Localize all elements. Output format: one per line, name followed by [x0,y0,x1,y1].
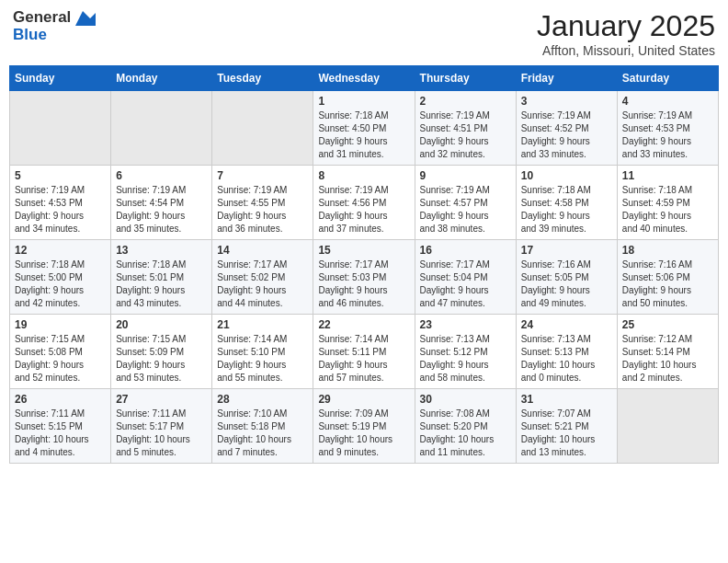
day-info: Sunrise: 7:09 AM Sunset: 5:19 PM Dayligh… [318,408,409,459]
day-cell: 22Sunrise: 7:14 AM Sunset: 5:11 PM Dayli… [313,315,415,389]
day-cell: 29Sunrise: 7:09 AM Sunset: 5:19 PM Dayli… [313,389,415,464]
day-number: 8 [318,169,409,182]
day-number: 26 [15,393,106,406]
day-cell: 17Sunrise: 7:16 AM Sunset: 5:05 PM Dayli… [516,240,617,315]
day-number: 29 [318,393,409,406]
day-number: 15 [318,244,409,257]
day-info: Sunrise: 7:14 AM Sunset: 5:10 PM Dayligh… [217,333,308,385]
day-info: Sunrise: 7:19 AM Sunset: 4:57 PM Dayligh… [420,184,511,236]
day-cell: 1Sunrise: 7:18 AM Sunset: 4:50 PM Daylig… [313,91,415,166]
day-info: Sunrise: 7:19 AM Sunset: 4:52 PM Dayligh… [521,109,612,161]
day-number: 31 [521,393,612,406]
weekday-header-monday: Monday [111,66,212,91]
day-number: 10 [521,169,612,182]
day-number: 18 [622,244,713,257]
day-cell: 18Sunrise: 7:16 AM Sunset: 5:06 PM Dayli… [617,240,718,315]
day-number: 12 [15,244,106,257]
day-cell: 2Sunrise: 7:19 AM Sunset: 4:51 PM Daylig… [415,91,516,166]
day-cell [111,91,212,166]
day-cell: 9Sunrise: 7:19 AM Sunset: 4:57 PM Daylig… [415,166,516,240]
logo-general: General [13,9,96,27]
day-cell: 15Sunrise: 7:17 AM Sunset: 5:03 PM Dayli… [313,240,415,315]
day-info: Sunrise: 7:19 AM Sunset: 4:54 PM Dayligh… [116,184,207,236]
week-row-4: 19Sunrise: 7:15 AM Sunset: 5:08 PM Dayli… [10,315,719,389]
weekday-header-friday: Friday [516,66,617,91]
day-number: 6 [116,169,207,182]
day-cell: 5Sunrise: 7:19 AM Sunset: 4:53 PM Daylig… [10,166,111,240]
day-info: Sunrise: 7:11 AM Sunset: 5:17 PM Dayligh… [116,408,207,459]
day-cell: 20Sunrise: 7:15 AM Sunset: 5:09 PM Dayli… [111,315,212,389]
day-info: Sunrise: 7:18 AM Sunset: 4:50 PM Dayligh… [318,109,409,161]
day-number: 20 [116,318,207,331]
day-number: 14 [217,244,308,257]
week-row-2: 5Sunrise: 7:19 AM Sunset: 4:53 PM Daylig… [10,166,719,240]
day-number: 1 [318,95,409,108]
title-section: January 2025 Affton, Missouri, United St… [537,9,715,58]
day-cell: 28Sunrise: 7:10 AM Sunset: 5:18 PM Dayli… [212,389,313,464]
day-info: Sunrise: 7:17 AM Sunset: 5:04 PM Dayligh… [420,259,511,310]
weekday-header-tuesday: Tuesday [212,66,313,91]
day-cell: 14Sunrise: 7:17 AM Sunset: 5:02 PM Dayli… [212,240,313,315]
day-info: Sunrise: 7:12 AM Sunset: 5:14 PM Dayligh… [622,333,713,385]
week-row-3: 12Sunrise: 7:18 AM Sunset: 5:00 PM Dayli… [10,240,719,315]
svg-marker-0 [75,11,96,26]
day-info: Sunrise: 7:19 AM Sunset: 4:53 PM Dayligh… [622,109,713,161]
weekday-header-saturday: Saturday [617,66,718,91]
logo: General Blue [13,9,96,43]
day-number: 9 [420,169,511,182]
day-info: Sunrise: 7:13 AM Sunset: 5:12 PM Dayligh… [420,333,511,385]
day-info: Sunrise: 7:15 AM Sunset: 5:09 PM Dayligh… [116,333,207,385]
day-info: Sunrise: 7:16 AM Sunset: 5:06 PM Dayligh… [622,259,713,310]
day-cell: 10Sunrise: 7:18 AM Sunset: 4:58 PM Dayli… [516,166,617,240]
day-number: 5 [15,169,106,182]
week-row-5: 26Sunrise: 7:11 AM Sunset: 5:15 PM Dayli… [10,389,719,464]
day-number: 4 [622,95,713,108]
day-number: 28 [217,393,308,406]
day-cell: 19Sunrise: 7:15 AM Sunset: 5:08 PM Dayli… [10,315,111,389]
day-cell [212,91,313,166]
day-cell: 31Sunrise: 7:07 AM Sunset: 5:21 PM Dayli… [516,389,617,464]
day-info: Sunrise: 7:10 AM Sunset: 5:18 PM Dayligh… [217,408,308,459]
day-info: Sunrise: 7:19 AM Sunset: 4:56 PM Dayligh… [318,184,409,236]
day-cell: 26Sunrise: 7:11 AM Sunset: 5:15 PM Dayli… [10,389,111,464]
day-cell: 6Sunrise: 7:19 AM Sunset: 4:54 PM Daylig… [111,166,212,240]
day-number: 21 [217,318,308,331]
day-number: 25 [622,318,713,331]
month-title: January 2025 [537,9,715,43]
day-cell: 16Sunrise: 7:17 AM Sunset: 5:04 PM Dayli… [415,240,516,315]
day-number: 13 [116,244,207,257]
day-info: Sunrise: 7:18 AM Sunset: 5:01 PM Dayligh… [116,259,207,310]
day-number: 16 [420,244,511,257]
day-number: 3 [521,95,612,108]
day-info: Sunrise: 7:18 AM Sunset: 5:00 PM Dayligh… [15,259,106,310]
day-info: Sunrise: 7:11 AM Sunset: 5:15 PM Dayligh… [15,408,106,459]
day-cell: 13Sunrise: 7:18 AM Sunset: 5:01 PM Dayli… [111,240,212,315]
calendar-table: SundayMondayTuesdayWednesdayThursdayFrid… [9,65,719,464]
week-row-1: 1Sunrise: 7:18 AM Sunset: 4:50 PM Daylig… [10,91,719,166]
day-cell: 23Sunrise: 7:13 AM Sunset: 5:12 PM Dayli… [415,315,516,389]
day-info: Sunrise: 7:07 AM Sunset: 5:21 PM Dayligh… [521,408,612,459]
day-number: 2 [420,95,511,108]
weekday-header-wednesday: Wednesday [313,66,415,91]
day-cell: 27Sunrise: 7:11 AM Sunset: 5:17 PM Dayli… [111,389,212,464]
day-cell: 21Sunrise: 7:14 AM Sunset: 5:10 PM Dayli… [212,315,313,389]
day-cell: 25Sunrise: 7:12 AM Sunset: 5:14 PM Dayli… [617,315,718,389]
day-info: Sunrise: 7:17 AM Sunset: 5:02 PM Dayligh… [217,259,308,310]
day-number: 17 [521,244,612,257]
day-number: 27 [116,393,207,406]
day-info: Sunrise: 7:17 AM Sunset: 5:03 PM Dayligh… [318,259,409,310]
day-info: Sunrise: 7:15 AM Sunset: 5:08 PM Dayligh… [15,333,106,385]
day-cell: 7Sunrise: 7:19 AM Sunset: 4:55 PM Daylig… [212,166,313,240]
day-info: Sunrise: 7:19 AM Sunset: 4:51 PM Dayligh… [420,109,511,161]
day-number: 24 [521,318,612,331]
day-info: Sunrise: 7:16 AM Sunset: 5:05 PM Dayligh… [521,259,612,310]
day-cell [617,389,718,464]
day-info: Sunrise: 7:18 AM Sunset: 4:59 PM Dayligh… [622,184,713,236]
day-cell: 3Sunrise: 7:19 AM Sunset: 4:52 PM Daylig… [516,91,617,166]
day-cell [10,91,111,166]
day-number: 11 [622,169,713,182]
day-info: Sunrise: 7:13 AM Sunset: 5:13 PM Dayligh… [521,333,612,385]
day-cell: 24Sunrise: 7:13 AM Sunset: 5:13 PM Dayli… [516,315,617,389]
day-info: Sunrise: 7:14 AM Sunset: 5:11 PM Dayligh… [318,333,409,385]
day-number: 23 [420,318,511,331]
